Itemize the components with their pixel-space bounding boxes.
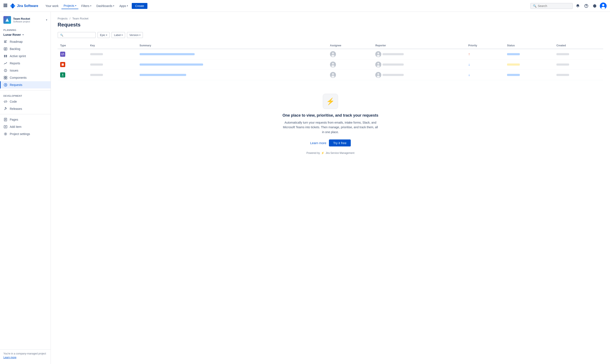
powered-by-text: Powered by bbox=[307, 152, 320, 155]
col-assignee: Assignee bbox=[327, 42, 373, 49]
svg-point-10 bbox=[586, 7, 586, 7]
sidebar-item-requests[interactable]: Requests bbox=[0, 81, 51, 89]
topnav: Jira Software Your work Projects ▾ Filte… bbox=[0, 0, 610, 12]
svg-rect-22 bbox=[4, 55, 5, 56]
created-cell-3 bbox=[556, 74, 569, 76]
project-header[interactable]: Team Rocket Software project ▾ bbox=[0, 14, 51, 26]
sidebar-item-issues[interactable]: Issues bbox=[0, 67, 51, 74]
sidebar-item-backlog[interactable]: Backlog bbox=[0, 45, 51, 52]
powered-lightning-icon: ⚡ bbox=[321, 152, 324, 155]
sidebar-item-add-item[interactable]: Add item bbox=[0, 123, 51, 130]
footer-learn-more-link[interactable]: Learn more bbox=[3, 356, 47, 359]
table-body: ↑ bbox=[58, 49, 603, 80]
assignee-avatar-2 bbox=[330, 62, 336, 67]
releases-icon bbox=[3, 107, 8, 111]
user-avatar[interactable] bbox=[600, 2, 607, 9]
svg-rect-2 bbox=[6, 4, 7, 5]
svg-rect-15 bbox=[4, 41, 7, 41]
priority-icon-high: ↑ bbox=[468, 52, 470, 56]
svg-rect-0 bbox=[4, 4, 5, 5]
jira-logo[interactable]: Jira Software bbox=[10, 3, 38, 9]
sidebar-divider-2 bbox=[0, 114, 51, 114]
svg-point-11 bbox=[594, 5, 595, 7]
svg-point-57 bbox=[377, 65, 380, 67]
nav-dashboards[interactable]: Dashboards ▾ bbox=[94, 3, 117, 9]
sidebar-item-active-sprint[interactable]: Active sprint bbox=[0, 52, 51, 60]
notifications-button[interactable] bbox=[574, 2, 581, 9]
reporter-avatar-2 bbox=[375, 62, 381, 67]
sidebar-item-reports[interactable]: Reports bbox=[0, 60, 51, 67]
sidebar-item-project-settings[interactable]: Project settings bbox=[0, 130, 51, 138]
help-button[interactable] bbox=[583, 2, 590, 9]
sidebar: Team Rocket Software project ▾ PLANNING … bbox=[0, 12, 51, 364]
filter-search-input[interactable] bbox=[65, 33, 92, 37]
svg-point-47 bbox=[331, 55, 334, 57]
sidebar-item-components[interactable]: Components bbox=[0, 74, 51, 81]
summary-cell-1 bbox=[140, 53, 195, 55]
svg-rect-23 bbox=[6, 55, 7, 56]
main-content: Projects / Team Rocket Requests 🔍 Epic ▾… bbox=[51, 12, 610, 364]
svg-rect-29 bbox=[4, 76, 5, 78]
issues-icon bbox=[3, 68, 8, 73]
svg-rect-32 bbox=[6, 78, 7, 79]
dashboards-chevron-icon: ▾ bbox=[113, 5, 114, 7]
filter-label[interactable]: Label ▾ bbox=[111, 32, 125, 38]
svg-point-46 bbox=[332, 52, 334, 54]
try-free-button[interactable]: Try it free bbox=[329, 140, 351, 146]
create-button[interactable]: Create bbox=[132, 3, 148, 9]
issues-label: Issues bbox=[10, 69, 18, 72]
svg-point-50 bbox=[377, 55, 380, 57]
breadcrumb-team-rocket[interactable]: Team Rocket bbox=[72, 17, 89, 20]
table-row[interactable]: ↓ bbox=[58, 70, 603, 80]
status-badge-1 bbox=[507, 53, 520, 55]
filter-bar: 🔍 Epic ▾ Label ▾ Version ▾ bbox=[58, 32, 603, 38]
svg-point-54 bbox=[331, 65, 334, 67]
filter-version[interactable]: Version ▾ bbox=[127, 32, 143, 38]
reporter-avatar-3 bbox=[375, 72, 381, 78]
sidebar-item-code[interactable]: Code bbox=[0, 98, 51, 105]
priority-icon-medium-1: ↓ bbox=[468, 63, 470, 66]
sidebar-item-releases[interactable]: Releases bbox=[0, 105, 51, 112]
col-type: Type bbox=[58, 42, 88, 49]
summary-cell-3 bbox=[140, 74, 186, 76]
pages-icon bbox=[3, 117, 8, 122]
nav-your-work[interactable]: Your work bbox=[43, 3, 61, 9]
page-title: Requests bbox=[58, 22, 603, 28]
nav-apps[interactable]: Apps ▾ bbox=[117, 3, 130, 9]
apps-chevron-icon: ▾ bbox=[127, 5, 128, 7]
svg-rect-31 bbox=[4, 78, 5, 79]
search-bar[interactable]: 🔍 bbox=[530, 3, 573, 9]
sidebar-item-pages[interactable]: Pages bbox=[0, 116, 51, 123]
svg-point-56 bbox=[378, 63, 379, 65]
grid-icon[interactable] bbox=[3, 3, 7, 8]
nav-projects[interactable]: Projects ▾ bbox=[61, 3, 78, 9]
app-layout: Team Rocket Software project ▾ PLANNING … bbox=[0, 12, 610, 364]
svg-rect-5 bbox=[6, 5, 7, 6]
lightning-icon: ⚡ bbox=[326, 97, 335, 105]
nav-filters[interactable]: Filters ▾ bbox=[79, 3, 94, 9]
svg-rect-6 bbox=[4, 6, 5, 7]
svg-point-64 bbox=[377, 76, 380, 78]
table-row[interactable]: ↑ bbox=[58, 49, 603, 59]
filter-search[interactable]: 🔍 bbox=[58, 32, 96, 38]
search-input[interactable] bbox=[538, 4, 568, 8]
board-section[interactable]: Lunar Rover ▾ bbox=[0, 32, 51, 38]
code-label: Code bbox=[10, 100, 17, 103]
assignee-avatar-3 bbox=[330, 72, 336, 78]
projects-chevron-icon: ▾ bbox=[75, 4, 76, 7]
board-name: Lunar Rover bbox=[3, 33, 21, 36]
sidebar-item-roadmap[interactable]: Roadmap bbox=[0, 38, 51, 45]
table-row[interactable]: ↓ bbox=[58, 59, 603, 70]
breadcrumb-projects[interactable]: Projects bbox=[58, 17, 68, 20]
epic-chevron-icon: ▾ bbox=[106, 34, 107, 36]
svg-point-53 bbox=[332, 63, 334, 65]
footer-text: You're in a company-managed project bbox=[3, 352, 46, 355]
promo-description: Automatically turn your requests from em… bbox=[282, 120, 379, 134]
learn-more-link[interactable]: Learn more bbox=[310, 141, 326, 145]
settings-icon bbox=[3, 132, 8, 136]
requests-icon bbox=[3, 83, 8, 87]
priority-icon-medium-2: ↓ bbox=[468, 73, 470, 77]
filter-epic[interactable]: Epic ▾ bbox=[97, 32, 110, 38]
settings-button[interactable] bbox=[591, 2, 598, 9]
powered-by-service: Jira Service Management bbox=[325, 152, 354, 155]
